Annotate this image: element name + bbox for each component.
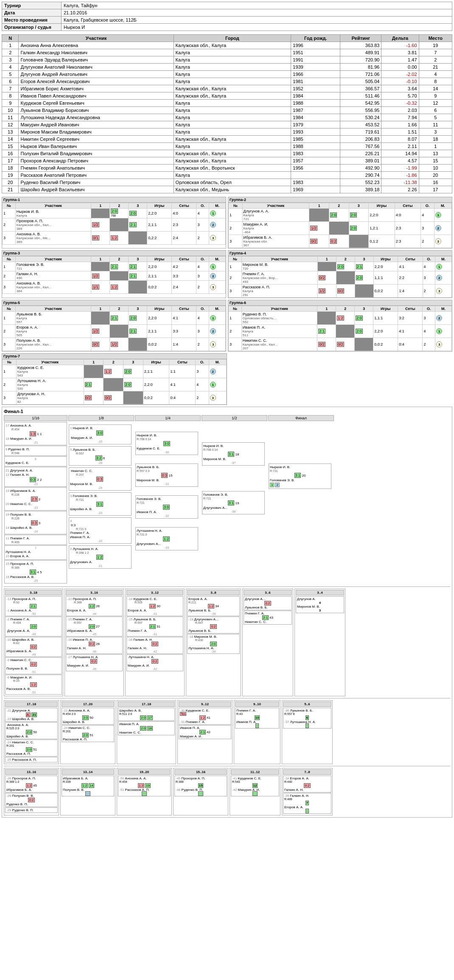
table-row: 14 Никитин Сергей Сергеевич Калужская об… [2, 136, 452, 143]
col-delta: Дельта [381, 35, 419, 42]
match-sf1: Нырков И. В. R:768 0:14 3:1 18 Миронов М… [202, 442, 265, 466]
table-row: 2 Егоров А. А.Калуга505 1/2 2:1 2,1:13:3… [3, 325, 226, 338]
consolation-912-title: 9..12 [179, 701, 231, 707]
match-8: 8 Курдюков С. Е. [4, 456, 67, 466]
table-row: 7 Ибрагимов Борис Ахметович Калужская об… [2, 85, 452, 92]
consol-318-m2: -2 Пчемян Г. А. R:493 2:0 Длугунов А. А.… [5, 617, 62, 637]
consolation-38-title: 3..8 [187, 590, 240, 595]
match-14-q: Нырков И. В. R:768 0:14 3:0 Курдюков С. … [135, 432, 198, 455]
consol-316-m1: -12 Прохоров А. П. R:389 1:2 26 Егоров А… [66, 596, 123, 616]
table-row: 3 Анохина А. В.Калужская обл., Кал...364… [3, 281, 226, 294]
consol-312-m3: -16 Галкин А. Н. 0:2 Галкин А. Н. -42 [126, 637, 183, 654]
label-judge: Организатор / судья [2, 24, 62, 31]
match-final: Нырков И. В. R:721 3:1 20 Головачев Э. В… [269, 463, 331, 489]
label-venue: Место проведения [2, 17, 62, 24]
table-row: 1 Анохина Анна Алексеевна Калужская обл.… [2, 42, 452, 49]
table-row: 16 Полухин Виталий Владимирович Калужска… [2, 150, 452, 157]
tournament-date: 21.10.2016 [62, 9, 452, 17]
group4-title: Группа-4 [228, 251, 452, 256]
round-12: 1/2 [202, 415, 267, 421]
consol-312-m2: -15 Лукьянов В. Б. R:557 2:1 31 Пчемян Г… [126, 617, 183, 637]
table-row: 3 Длугунови А. Н.Калуга82 0/2 0/2 0,0:20… [3, 391, 227, 405]
match-4-18: 4 0:3 R:721 0 Пчемян Г. А. Иванов П. А. … [69, 517, 132, 544]
table-row: 20 Руденко Василий Петрович Орловская об… [2, 179, 452, 186]
consol-316-m2: -15 Пчемян Г. А. R:557 2:0 27 Ибрагимов … [66, 617, 123, 637]
col-year: Год рожд. [291, 35, 340, 42]
g1-col-1: 1 [91, 203, 110, 209]
table-row: 3 Головачев Эдуард Валерьевич Калуга 199… [2, 56, 452, 64]
c1316-m2: -28 Полухин В. В. 0:2 Руденко В. П. [5, 793, 58, 807]
table-row: 1 Курдюков С. Е.Калуга543 1:2 2:0 2,1:11… [3, 365, 227, 378]
table-row: 1 Головачев Э. В.721 2:1 2:1 2,2:04:24 1 [3, 262, 226, 271]
c1718-m2: Анохина А. А. R:525 2:0 2:0 50 Шаройко А… [5, 722, 58, 739]
table-row: 2 Макурин А. И.Калуга-464 1/2 2:0 1,2:1 … [229, 222, 452, 235]
consolation-1920-title: 19..20 [118, 769, 171, 775]
col-city: Город [174, 35, 291, 42]
tournament-venue: Калуга, Грабцевское шоссе, 112Б [62, 17, 452, 24]
c1718b-m2: Иванов П. А. 2:0 18 Никитин С. С. [118, 721, 175, 735]
consol-316-m3: -16 Иванов П. А. 0:2 28 Галкин А. Н. -46 [66, 637, 123, 654]
table-row: 3 Анохина А. В.Калужская обл., Ме...389 … [3, 232, 226, 245]
consol-38-m2: -19 Длугунович А... R:447 0:2 Лукьянов В… [187, 617, 240, 634]
table-row: 10 Лукьянов Владимир Борисович Калуга 19… [2, 107, 452, 114]
col-rating: Рейтинг [340, 35, 381, 42]
table-row: 3 Ибрагимов Б. А.Калужская обл.367 0/2 0… [229, 235, 452, 248]
match-6-q: Лукьянов В. Б. R:557 0:3 0:3 15 Миронов … [135, 463, 198, 487]
group7-title: Группа-7 [2, 354, 227, 359]
table-row: 1 Руденко В. П.Орловская область,...552 … [229, 312, 452, 325]
consolation-1718a-title: 17..18 [5, 701, 58, 707]
table-row: 1 Длугунов А. А.Калуга721 2:0 2:0 2,2:0 … [229, 209, 452, 222]
c1718b-m1: Шаройко А. В. R:511 2:0 2:0 17 [118, 708, 175, 721]
c1718-m1: -22 Длугунов А. А. 21 -23 Шаройко А. В. [5, 708, 58, 722]
round-116: 1/16 [4, 415, 67, 421]
table-row: 11 Лутошкина Надежда Александровна Калуг… [2, 114, 452, 121]
col-participant: Участник [19, 35, 174, 42]
match-7: 7 Лутошкина Н. А. 10 Егоров А. А. [4, 545, 67, 560]
group2-title: Группа-2 [228, 197, 452, 203]
table-row: 15 Нырков Иван Валерьевич Калуга 1988 76… [2, 143, 452, 150]
c56-m1: -36 Лукьянов В. Б. R:557 8 6 -37 Лутошки… [283, 708, 331, 729]
finals-title: Финал-1 [4, 409, 450, 414]
c1314-m1: Ибрагимов Б. А. R:339 1:2 14 Полухин В. … [62, 776, 114, 796]
group5-title: Группа-5 [2, 300, 226, 306]
table-row: 2 Прохоров А. П.Калужская обл., Кал...38… [3, 218, 226, 232]
match-2-q: Лутошкина Н. А. R:721 0 1:2 Длугунович А… [135, 527, 198, 550]
g1-col-p: Участник [15, 203, 91, 209]
match-15: 15 Прохоров А. П. R:389 3:1 4 5 18 Расск… [4, 560, 67, 584]
consol-318-m1: -13 Прохоров А. П. R:92 2:1 -1 Анохина А… [5, 596, 62, 616]
consolation-1718b-title: 17..18 [118, 701, 175, 707]
consolation-318-title: 3..18 [5, 590, 62, 595]
label-tournament: Турнир [2, 2, 62, 9]
c1316-m3: -29 Руденко В. П. [5, 807, 58, 813]
match-11: 11 Пчемян Г. А. R:493 [4, 535, 67, 545]
consolation-910-title: 9..10 [235, 701, 279, 707]
consolation-316-title: 3..16 [66, 590, 123, 595]
consolation-34-title: 3..4 [296, 590, 344, 595]
consolation-56-title: 5..6 [283, 701, 331, 707]
c1920-m1: -50 Анохина А. А. R:454 1:2 19 -51 Расск… [118, 776, 171, 796]
c1112-m1: -41 Курдюков С. Е. R:543 12 -42 Макурин … [231, 776, 279, 796]
consol-318-m4: -9 Никитин С. С. 0:2 Полухин В. В. -51 [5, 657, 62, 674]
g1-col-sets: Сеты [172, 203, 196, 209]
g1-col-2: 2 [110, 203, 129, 209]
round-14: 1/4 [135, 415, 201, 421]
match-sf2: Головачев Э. В. R:721 3:1 19 Длугунович … [202, 491, 265, 514]
table-row: 3 Рассказов А. П.Калуга291 1/2 0/2 0,0:2… [229, 285, 452, 298]
match-3-18: 3 Головачев Э. В. R:721 3:1 Шаройко А. В… [69, 492, 132, 516]
consolation-1516-title: 15..16 [174, 769, 227, 775]
round-final: Финал [268, 415, 334, 421]
c1720-m1: -21 Анохина А. А. R:454 2:0 2:0 50 Шарой… [62, 708, 114, 725]
c910-m1: Пчемян Г. А. R:43 10 Иванов П. А. 9 [235, 708, 279, 729]
c1516-m1: -45 Прохоров А. П. R:389 15 -46 Руденко … [174, 776, 227, 796]
col-place: Место [419, 35, 452, 42]
consol-38-m1: Егоров А. А. R:211 1:2 34 Лукьянов В. Б.… [187, 596, 240, 616]
table-row: 6 Егоров Алексей Александрович Калуга 19… [2, 78, 452, 85]
consol-316-m4: -17 Лутошкина Н. А. 0:2 Макурин А. И. -4… [66, 654, 123, 671]
c78-m1: -34 Егоров А. А. R:440 0:2 Галкин А. Н. [283, 776, 331, 793]
table-row: 12 Макурин Андрей Иванович Калуга 1979 4… [2, 121, 452, 128]
c1720-m2: -24 Никитин С. С. R:201 2:0 51 Рассказов… [62, 725, 114, 742]
g1-col-games: Игры [147, 203, 172, 209]
consol-312-m1: -14 Курдюков С. Е. R:505 1:2 30 Егоров А… [126, 596, 183, 616]
table-row: 3 Никитин С. С.Калужская обл., Кал...207… [229, 338, 452, 351]
table-row: 18 Пчемян Георгий Анатольевич Калужская … [2, 165, 452, 172]
